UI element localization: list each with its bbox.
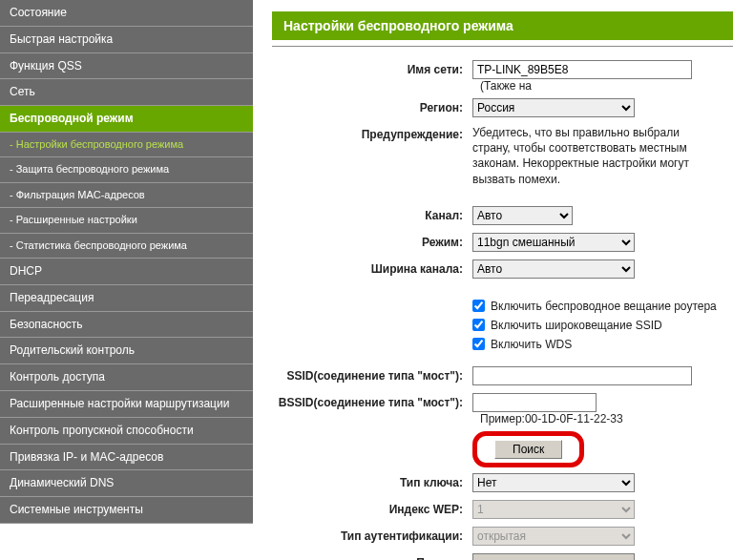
search-button[interactable]: Поиск (494, 440, 562, 459)
wds-label: Включить WDS (491, 338, 572, 351)
sidebar-item-5[interactable]: - Настройки беспроводного режима (0, 133, 253, 157)
sidebar-item-14[interactable]: Контроль доступа (0, 364, 253, 391)
sidebar-item-3[interactable]: Сеть (0, 79, 253, 106)
region-select[interactable]: Россия (472, 98, 635, 117)
broadcast-checkbox[interactable] (472, 300, 485, 312)
sidebar-item-18[interactable]: Динамический DNS (0, 470, 253, 497)
bridge-bssid-label: BSSID(соединение типа "мост"): (272, 393, 472, 409)
auth-label: Тип аутентификации: (272, 527, 472, 543)
mode-label: Режим: (272, 233, 472, 249)
sidebar-item-17[interactable]: Привязка IP- и MAC-адресов (0, 445, 253, 471)
region-label: Регион: (272, 98, 472, 114)
channel-select[interactable]: Авто (472, 206, 573, 225)
sidebar-item-4[interactable]: Беспроводной режим (0, 106, 253, 133)
keytype-label: Тип ключа: (272, 473, 472, 489)
sidebar-item-16[interactable]: Контроль пропускной способности (0, 418, 253, 445)
sidebar-item-8[interactable]: - Расширенные настройки (0, 208, 253, 233)
width-label: Ширина канала: (272, 259, 472, 276)
sidebar-item-0[interactable]: Состояние (0, 0, 253, 27)
divider (272, 46, 733, 47)
pass-label: Пароль: (272, 553, 472, 560)
content-area: Настройки беспроводного режима Имя сети:… (253, 0, 733, 560)
bridge-bssid-input[interactable] (472, 393, 597, 412)
warning-text: Убедитесь, что вы правильно выбрали стра… (472, 125, 716, 187)
sidebar-item-7[interactable]: - Фильтрация MAC-адресов (0, 183, 253, 208)
wep-label: Индекс WEP: (272, 500, 472, 516)
sidebar-item-9[interactable]: - Статистика беспроводного режима (0, 234, 253, 259)
sidebar-item-19[interactable]: Системные инструменты (0, 497, 253, 524)
sidebar-item-2[interactable]: Функция QSS (0, 53, 253, 80)
sidebar-item-15[interactable]: Расширенные настройки маршрутизации (0, 391, 253, 418)
sidebar-item-6[interactable]: - Защита беспроводного режима (0, 157, 253, 182)
sidebar-item-10[interactable]: DHCP (0, 259, 253, 285)
sidebar-item-1[interactable]: Быстрая настройка (0, 27, 253, 53)
page-title: Настройки беспроводного режима (272, 11, 733, 40)
warning-label: Предупреждение: (272, 125, 472, 141)
ssid-input[interactable] (472, 60, 692, 79)
search-highlight: Поиск (472, 431, 584, 467)
bssid-example: Пример:00-1D-0F-11-22-33 (480, 412, 623, 425)
sidebar: СостояниеБыстрая настройкаФункция QSSСет… (0, 0, 253, 560)
pass-input (472, 553, 635, 560)
sidebar-item-11[interactable]: Переадресация (0, 285, 253, 312)
bridge-ssid-label: SSID(соединение типа "мост"): (272, 366, 472, 383)
sidebar-item-13[interactable]: Родительский контроль (0, 338, 253, 364)
wep-select: 1 (472, 500, 635, 519)
bridge-ssid-input[interactable] (472, 366, 692, 385)
sidebar-item-12[interactable]: Безопасность (0, 312, 253, 339)
keytype-select[interactable]: Нет (472, 473, 635, 492)
ssid-broadcast-checkbox[interactable] (472, 319, 485, 331)
broadcast-label: Включить беспроводное вещание роутера (491, 300, 717, 313)
mode-select[interactable]: 11bgn смешанный (472, 233, 635, 252)
ssid-broadcast-label: Включить широковещание SSID (491, 319, 662, 332)
ssid-label: Имя сети: (272, 60, 472, 76)
ssid-note: (Также на (480, 79, 532, 93)
channel-label: Канал: (272, 206, 472, 222)
auth-select: открытая (472, 527, 635, 546)
wds-checkbox[interactable] (472, 338, 485, 350)
width-select[interactable]: Авто (472, 259, 635, 279)
